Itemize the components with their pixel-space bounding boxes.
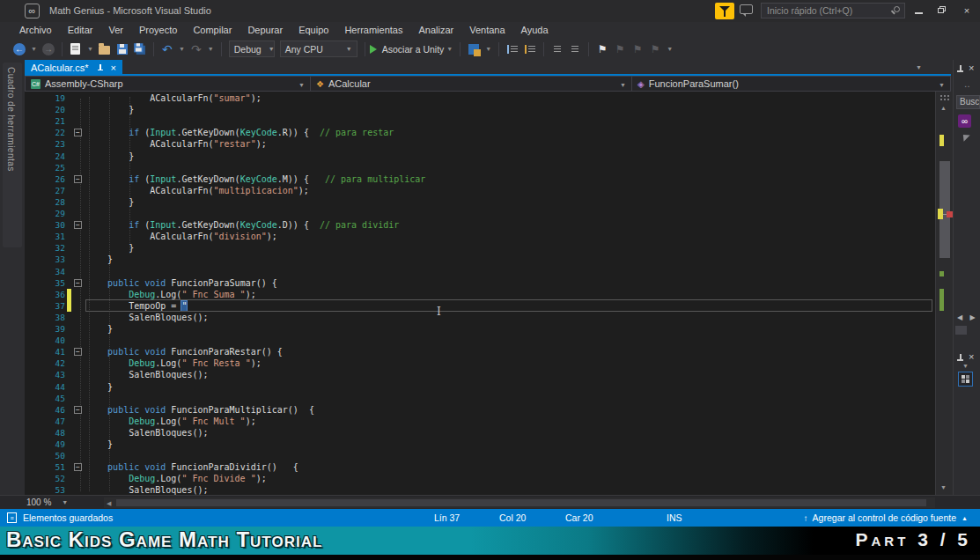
code-line-23[interactable]: 23 ACalcularFn("restar");: [25, 138, 935, 150]
breakpoint-margin[interactable]: [25, 219, 41, 231]
properties-grid-icon[interactable]: [958, 372, 973, 387]
overflow-dots-icon[interactable]: ‥: [964, 79, 970, 89]
code-text[interactable]: [85, 162, 935, 173]
collapse-region-icon[interactable]: −: [74, 463, 82, 471]
redo-dropdown-icon[interactable]: ▼: [208, 46, 214, 52]
code-text[interactable]: }: [85, 196, 935, 208]
breakpoint-margin[interactable]: [25, 393, 41, 404]
code-text[interactable]: }: [85, 323, 935, 335]
code-text[interactable]: }: [85, 254, 935, 265]
breakpoint-margin[interactable]: [25, 438, 41, 450]
code-text[interactable]: ACalcularFn("sumar");: [85, 92, 935, 104]
code-text[interactable]: ACalcularFn("division");: [85, 231, 935, 242]
breakpoint-margin[interactable]: [25, 266, 41, 277]
new-file-button[interactable]: [69, 42, 83, 56]
breakpoint-margin[interactable]: [25, 312, 41, 323]
solution-platform-select[interactable]: Any CPU▼: [280, 41, 357, 57]
code-text[interactable]: Debug.Log(" Fnc Divide ");: [85, 473, 935, 484]
breakpoint-margin[interactable]: [25, 242, 41, 254]
close-icon[interactable]: ×: [969, 352, 974, 362]
breakpoint-margin[interactable]: [25, 416, 41, 427]
code-line-47[interactable]: 47 Debug.Log(" Fnc Mult ");: [25, 416, 935, 427]
breakpoint-margin[interactable]: [25, 196, 41, 208]
menu-item-herramientas[interactable]: Herramientas: [336, 25, 410, 35]
nuget-package-button[interactable]: [467, 42, 481, 56]
nuget-dropdown-icon[interactable]: ▼: [485, 46, 491, 52]
project-dropdown[interactable]: C# Assembly-CSharp ▼: [26, 77, 311, 91]
breakpoint-margin[interactable]: [25, 254, 41, 265]
close-button[interactable]: ×: [962, 5, 972, 16]
breakpoint-margin[interactable]: [25, 151, 41, 162]
breakpoint-margin[interactable]: [25, 162, 41, 173]
breakpoint-margin[interactable]: [25, 173, 41, 185]
command-window-button[interactable]: [523, 42, 537, 56]
code-line-35[interactable]: 35− public void FuncionParaSumar() {: [25, 277, 935, 289]
code-line-27[interactable]: 27 ACalcularFn("multiplicacion");: [25, 185, 935, 196]
menu-item-ayuda[interactable]: Ayuda: [513, 25, 556, 35]
menu-item-depurar[interactable]: Depurar: [239, 25, 291, 35]
decrease-indent-button[interactable]: [550, 42, 564, 56]
breakpoint-margin[interactable]: [25, 138, 41, 150]
code-text[interactable]: if (Input.GetKeyDown(KeyCode.M)) { // pa…: [85, 173, 935, 185]
breakpoint-margin[interactable]: [25, 473, 41, 484]
breakpoint-margin[interactable]: [25, 115, 41, 127]
pin-icon[interactable]: [97, 64, 104, 72]
undo-button[interactable]: ↶: [160, 42, 174, 56]
code-line-43[interactable]: 43 SalenBloques();: [25, 369, 935, 380]
code-line-24[interactable]: 24 }: [25, 151, 935, 162]
breakpoint-margin[interactable]: [25, 427, 41, 438]
breakpoint-margin[interactable]: [25, 335, 41, 346]
code-text[interactable]: public void FuncionParaSumar() {: [85, 277, 935, 289]
add-to-source-control-button[interactable]: ↑ Agregar al control de código fuente ▲: [804, 512, 968, 523]
restore-button[interactable]: [937, 5, 947, 16]
breakpoint-margin[interactable]: [25, 346, 41, 357]
code-text[interactable]: }: [85, 151, 935, 162]
code-line-26[interactable]: 26− if (Input.GetKeyDown(KeyCode.M)) { /…: [25, 173, 935, 185]
breakpoint-margin[interactable]: [25, 185, 41, 196]
code-text[interactable]: SalenBloques();: [85, 312, 935, 323]
code-text[interactable]: if (Input.GetKeyDown(KeyCode.D)) { // pa…: [85, 219, 935, 231]
toggle-bookmark-button[interactable]: ⚑: [595, 42, 609, 56]
code-line-25[interactable]: 25: [25, 162, 935, 173]
scroll-down-icon[interactable]: ▼: [940, 484, 947, 490]
member-dropdown[interactable]: ◈ FuncionParaSumar() ▼: [632, 77, 950, 91]
breakpoint-margin[interactable]: [25, 104, 41, 115]
code-line-48[interactable]: 48 SalenBloques();: [25, 427, 935, 438]
menu-item-proyecto[interactable]: Proyecto: [131, 25, 185, 35]
pin-icon[interactable]: [957, 354, 963, 362]
breakpoint-margin[interactable]: [25, 231, 41, 242]
save-all-button[interactable]: [133, 42, 147, 56]
code-line-50[interactable]: 50: [25, 450, 935, 461]
breakpoint-margin[interactable]: [25, 461, 41, 473]
code-text[interactable]: [85, 335, 935, 346]
code-line-28[interactable]: 28 }: [25, 196, 935, 208]
close-icon[interactable]: ×: [969, 63, 974, 73]
tab-acalcular[interactable]: ACalcular.cs* ×: [25, 60, 122, 76]
code-line-30[interactable]: 30− if (Input.GetKeyDown(KeyCode.D)) { /…: [25, 219, 935, 231]
breakpoint-margin[interactable]: [25, 289, 41, 300]
code-text[interactable]: }: [85, 381, 935, 393]
code-editor[interactable]: 19 ACalcularFn("sumar");20 }2122− if (In…: [25, 92, 935, 495]
navigate-back-button[interactable]: ←: [12, 42, 26, 56]
quick-launch-input[interactable]: Inicio rápido (Ctrl+Q): [761, 3, 905, 18]
code-line-49[interactable]: 49 }: [25, 438, 935, 450]
redo-button[interactable]: ↷: [189, 42, 203, 56]
menu-item-ver[interactable]: Ver: [100, 25, 131, 35]
code-text[interactable]: public void FuncionParaRestar() {: [85, 346, 935, 357]
increase-indent-button[interactable]: [568, 42, 582, 56]
code-text[interactable]: [85, 115, 935, 127]
breakpoint-margin[interactable]: [25, 404, 41, 416]
menu-item-analizar[interactable]: Analizar: [410, 25, 461, 35]
type-dropdown[interactable]: ❖ ACalcular ▼: [311, 77, 632, 91]
code-text[interactable]: SalenBloques();: [85, 369, 935, 380]
breakpoint-margin[interactable]: [25, 484, 41, 495]
code-line-32[interactable]: 32 }: [25, 242, 935, 254]
menu-item-equipo[interactable]: Equipo: [291, 25, 336, 35]
chevron-down-icon[interactable]: ▼: [962, 363, 969, 369]
splitter-grip-icon[interactable]: [939, 94, 950, 101]
code-line-19[interactable]: 19 ACalcularFn("sumar");: [25, 92, 935, 104]
next-bookmark-button[interactable]: ⚑: [630, 42, 645, 56]
collapse-region-icon[interactable]: −: [74, 348, 82, 356]
pin-icon[interactable]: [957, 65, 963, 73]
previous-bookmark-button[interactable]: ⚑: [613, 42, 627, 56]
